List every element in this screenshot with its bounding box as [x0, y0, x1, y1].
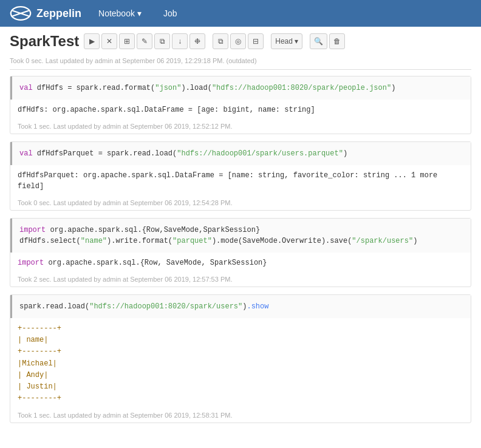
cell-3-code[interactable]: import org.apache.spark.sql.{Row,SaveMod… [10, 219, 471, 253]
navbar: Zeppelin Notebook ▾ Job [0, 0, 481, 27]
head-dropdown[interactable]: Head ▾ [271, 33, 302, 49]
cell-4-status: Took 1 sec. Last updated by admin at Sep… [10, 409, 471, 423]
copy-button[interactable]: ⧉ [154, 33, 170, 49]
export-button[interactable]: ⧉ [213, 33, 228, 49]
stop-button[interactable]: ✕ [101, 33, 117, 49]
nav-job[interactable]: Job [159, 6, 182, 21]
head-label: Head [275, 37, 293, 46]
cell-2-status: Took 0 sec. Last updated by admin at Sep… [10, 197, 471, 210]
cell-2-code[interactable]: val dfHdfsParquet = spark.read.load("hdf… [10, 142, 471, 165]
chevron-down-icon: ▾ [295, 37, 298, 46]
brand: Zeppelin [10, 5, 81, 22]
nav-notebook[interactable]: Notebook ▾ [94, 6, 146, 21]
toolbar-main: ▶ ✕ ⊞ ✎ ⧉ ↓ ❉ ⧉ ◎ ⊟ Head ▾ 🔍 🗑 [84, 33, 345, 49]
cell-4: spark.read.load("hdfs://hadoop001:8020/s… [10, 294, 471, 423]
cell-2: val dfHdfsParquet = spark.read.load("hdf… [10, 141, 471, 211]
brand-name: Zeppelin [36, 7, 81, 20]
code-keyword: val [19, 84, 37, 92]
cell-4-output: +--------+ | name| +--------+ |Michael| … [10, 318, 471, 409]
table-button[interactable]: ⊞ [119, 33, 135, 49]
cell-1-status: Took 1 sec. Last updated by admin at Sep… [10, 120, 471, 134]
cell-1-code[interactable]: val dfHdfs = spark.read.format("json").l… [10, 76, 471, 100]
cell-3-output: import org.apache.spark.sql.{Row, SaveMo… [10, 253, 471, 273]
download-button[interactable]: ↓ [172, 33, 188, 49]
code-keyword: val [19, 149, 37, 158]
edit-button[interactable]: ✎ [137, 33, 152, 49]
cell-3-status: Took 2 sec. Last updated by admin at Sep… [10, 273, 471, 287]
cell-4-code[interactable]: spark.read.load("hdfs://hadoop001:8020/s… [10, 295, 471, 318]
trash-button[interactable]: 🗑 [329, 33, 345, 49]
zeppelin-logo [10, 5, 32, 22]
title-bar: SparkTest ▶ ✕ ⊞ ✎ ⧉ ↓ ❉ ⧉ ◎ ⊟ Head ▾ 🔍 🗑 [10, 33, 471, 50]
run-all-button[interactable]: ▶ [84, 33, 100, 49]
dashboard-button[interactable]: ⊟ [248, 33, 264, 49]
page-content: SparkTest ▶ ✕ ⊞ ✎ ⧉ ↓ ❉ ⧉ ◎ ⊟ Head ▾ 🔍 🗑… [0, 27, 481, 436]
cell-1-output: dfHdfs: org.apache.spark.sql.DataFrame =… [10, 100, 471, 120]
cell-1: val dfHdfs = spark.read.format("json").l… [10, 76, 471, 134]
versions-button[interactable]: ◎ [230, 33, 246, 49]
search-button[interactable]: 🔍 [310, 33, 327, 49]
settings-button[interactable]: ❉ [189, 33, 205, 49]
cell-2-output: dfHdfsParquet: org.apache.spark.sql.Data… [10, 165, 471, 197]
table-output: +--------+ | name| +--------+ |Michael| … [18, 323, 463, 404]
cell-3: import org.apache.spark.sql.{Row,SaveMod… [10, 218, 471, 287]
page-title: SparkTest [10, 33, 79, 50]
page-status: Took 0 sec. Last updated by admin at Sep… [10, 55, 471, 70]
